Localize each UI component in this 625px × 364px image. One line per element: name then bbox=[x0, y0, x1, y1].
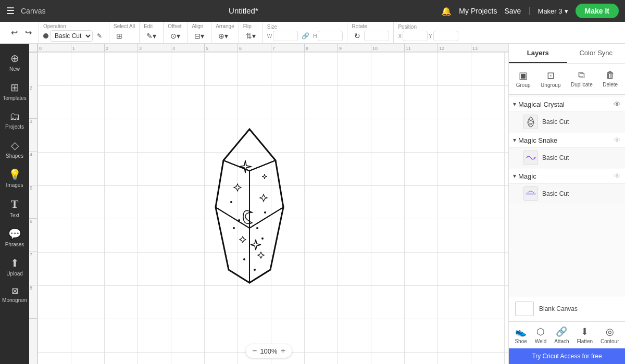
toolbar: ↩ ↪ Operation Basic Cut ✎ Select All ⊞ E… bbox=[0, 22, 625, 44]
shoe-label: Shoe bbox=[515, 338, 527, 344]
size-lock-btn[interactable]: 🔗 bbox=[299, 31, 312, 41]
menu-icon[interactable]: ☰ bbox=[6, 5, 15, 17]
align-button[interactable]: ⊟▾ bbox=[192, 30, 207, 42]
operation-select[interactable]: Basic Cut bbox=[50, 30, 93, 42]
sidebar-item-templates[interactable]: ⊞ Templates bbox=[2, 77, 28, 105]
tab-color-sync[interactable]: Color Sync bbox=[567, 44, 626, 63]
rotate-icon-btn[interactable]: ↻ bbox=[352, 30, 363, 42]
flatten-button[interactable]: ⬇ Flatten bbox=[574, 325, 595, 345]
notification-bell-icon[interactable]: 🔔 bbox=[441, 6, 452, 16]
edit-button[interactable]: ✎▾ bbox=[144, 30, 159, 42]
visibility-hidden-icon[interactable]: 👁 bbox=[614, 136, 621, 144]
position-y-input[interactable] bbox=[433, 31, 458, 41]
ruler-tick: 9 bbox=[338, 44, 371, 52]
layer-item-name: Basic Cut bbox=[542, 190, 569, 197]
position-x-label: X bbox=[398, 33, 402, 39]
ruler-top: 0 1 2 3 4 5 6 7 8 9 10 11 12 13 bbox=[38, 44, 508, 52]
ruler-tick: 6 bbox=[238, 44, 271, 52]
layer-group-header-magic-snake[interactable]: ▾ Magic Snake 👁 bbox=[509, 133, 625, 148]
sidebar-item-label: New bbox=[9, 66, 20, 72]
attach-button[interactable]: 🔗 Attach bbox=[552, 325, 571, 345]
ruler-tick: 8 bbox=[304, 44, 338, 52]
operation-color-dot bbox=[43, 33, 48, 39]
redo-button[interactable]: ↪ bbox=[22, 26, 34, 39]
sidebar-item-new[interactable]: ⊕ New bbox=[2, 48, 28, 76]
ruler-tick: 5 bbox=[204, 44, 238, 52]
layers-list: ▾ Magical Crystal 👁 Basic Cut ▾ Magic Sn… bbox=[509, 95, 625, 296]
projects-icon: 🗂 bbox=[9, 110, 20, 122]
weld-label: Weld bbox=[535, 338, 547, 344]
group-button[interactable]: ▣ Group bbox=[514, 68, 533, 90]
size-h-label: H bbox=[313, 33, 317, 39]
make-it-button[interactable]: Make It bbox=[576, 4, 619, 18]
operation-edit-btn[interactable]: ✎ bbox=[94, 31, 105, 41]
sidebar-item-label: Projects bbox=[5, 124, 24, 130]
weld-icon: ⬡ bbox=[536, 326, 545, 337]
layer-group-header-magical-crystal[interactable]: ▾ Magical Crystal 👁 bbox=[509, 97, 625, 112]
size-h-input[interactable] bbox=[318, 31, 343, 41]
sidebar-item-upload[interactable]: ⬆ Upload bbox=[2, 253, 28, 281]
arrange-button[interactable]: ⊕▾ bbox=[216, 30, 231, 42]
maker-selector[interactable]: Maker 3 ▾ bbox=[538, 7, 568, 15]
select-all-button[interactable]: ⊞ bbox=[114, 30, 125, 42]
list-item[interactable]: Basic Cut bbox=[509, 112, 625, 132]
visibility-hidden-icon[interactable]: 👁 bbox=[614, 172, 621, 180]
layer-thumbnail bbox=[523, 186, 538, 201]
list-item[interactable]: Basic Cut bbox=[509, 148, 625, 168]
cricut-banner[interactable]: Try Cricut Access for free bbox=[509, 348, 625, 364]
flip-label: Flip bbox=[243, 23, 252, 29]
templates-icon: ⊞ bbox=[10, 81, 19, 94]
undo-button[interactable]: ↩ bbox=[8, 26, 20, 39]
weld-button[interactable]: ⬡ Weld bbox=[533, 325, 549, 345]
delete-button[interactable]: 🗑 Delete bbox=[601, 68, 620, 90]
sidebar-item-projects[interactable]: 🗂 Projects bbox=[2, 106, 28, 134]
zoom-in-button[interactable]: + bbox=[281, 346, 285, 356]
svg-point-3 bbox=[256, 227, 258, 229]
sidebar-item-label: Phrases bbox=[5, 242, 24, 247]
main-area: ⊕ New ⊞ Templates 🗂 Projects ◇ Shapes 💡 … bbox=[0, 44, 625, 364]
save-button[interactable]: Save bbox=[504, 7, 521, 15]
size-w-input[interactable] bbox=[273, 31, 298, 41]
ruler-left: 2 3 4 5 6 7 8 bbox=[29, 52, 38, 364]
svg-point-6 bbox=[254, 269, 256, 271]
ungroup-label: Ungroup bbox=[541, 82, 560, 88]
svg-point-7 bbox=[238, 219, 240, 221]
duplicate-label: Duplicate bbox=[571, 82, 593, 87]
sidebar-item-monogram[interactable]: ⊠ Monogram bbox=[2, 282, 28, 307]
my-projects-link[interactable]: My Projects bbox=[459, 7, 497, 15]
sidebar-item-label: Shapes bbox=[6, 153, 23, 159]
chevron-down-icon: ▾ bbox=[513, 101, 516, 108]
list-item[interactable]: Basic Cut bbox=[509, 184, 625, 204]
tab-layers[interactable]: Layers bbox=[509, 44, 567, 63]
ruler-tick: 7 bbox=[271, 44, 304, 52]
ungroup-button[interactable]: ⊡ Ungroup bbox=[539, 68, 562, 90]
shoe-button[interactable]: 👟 Shoe bbox=[512, 325, 529, 345]
canvas-design[interactable] bbox=[203, 124, 296, 293]
layer-group-name: Magical Crystal bbox=[518, 101, 611, 108]
layer-group-header-magic[interactable]: ▾ Magic 👁 bbox=[509, 169, 625, 184]
zoom-control: − 100% + bbox=[246, 344, 292, 358]
visibility-icon[interactable]: 👁 bbox=[614, 100, 621, 108]
contour-button[interactable]: ◎ Contour bbox=[598, 325, 621, 345]
position-y-label: Y bbox=[429, 33, 432, 39]
flip-button[interactable]: ⇅▾ bbox=[243, 30, 258, 42]
attach-icon: 🔗 bbox=[556, 326, 567, 337]
rotate-input[interactable] bbox=[364, 31, 389, 41]
bottom-toolbar: 👟 Shoe ⬡ Weld 🔗 Attach ⬇ Flatten ◎ Conto… bbox=[509, 321, 625, 348]
layer-item-name: Basic Cut bbox=[542, 118, 569, 125]
sidebar-item-phrases[interactable]: 💬 Phrases bbox=[2, 223, 28, 252]
canvas-area[interactable]: 0 1 2 3 4 5 6 7 8 9 10 11 12 13 2 3 4 bbox=[29, 44, 508, 364]
duplicate-button[interactable]: ⧉ Duplicate bbox=[569, 68, 595, 90]
blank-canvas-thumbnail bbox=[515, 302, 534, 316]
sidebar-item-shapes[interactable]: ◇ Shapes bbox=[2, 135, 28, 163]
sidebar-item-text[interactable]: T Text bbox=[2, 193, 28, 222]
position-x-input[interactable] bbox=[403, 31, 428, 41]
edit-label: Edit bbox=[144, 23, 153, 29]
group-label: Group bbox=[516, 82, 531, 88]
offset-button[interactable]: ⊙▾ bbox=[168, 30, 183, 42]
zoom-out-button[interactable]: − bbox=[252, 346, 257, 356]
header: ☰ Canvas Untitled* 🔔 My Projects Save | … bbox=[0, 0, 625, 22]
layer-group-magic: ▾ Magic 👁 Basic Cut bbox=[509, 169, 625, 204]
sidebar-item-images[interactable]: 💡 Images bbox=[2, 164, 28, 192]
align-label: Align bbox=[192, 23, 203, 29]
